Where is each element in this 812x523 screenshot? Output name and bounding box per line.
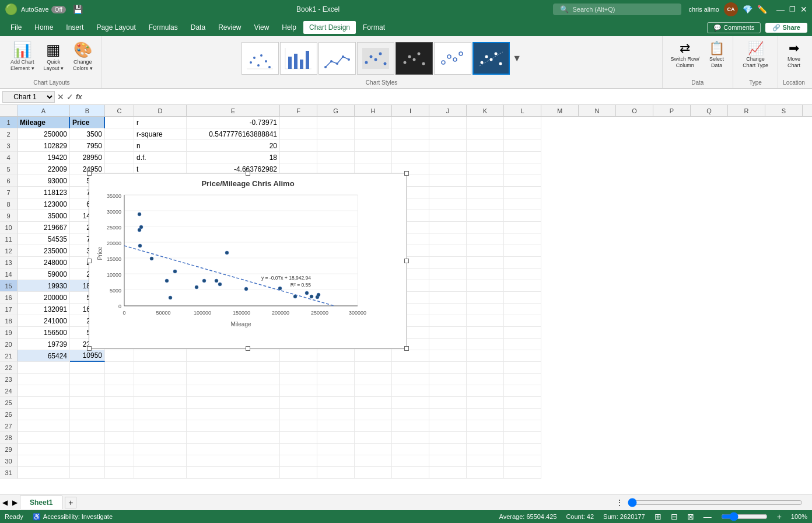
cell-D3[interactable]: n [134, 140, 187, 152]
autosave-toggle[interactable]: Off [51, 6, 66, 13]
row-12-header[interactable]: 12 [0, 245, 18, 257]
menu-file[interactable]: File [5, 21, 27, 34]
cell-J12[interactable] [429, 245, 467, 257]
row-6-header[interactable]: 6 [0, 175, 18, 187]
cell-K15[interactable] [467, 280, 504, 292]
cell-L12[interactable] [504, 245, 541, 257]
cell-A1[interactable]: Mileage [18, 117, 70, 128]
cell-K22[interactable] [467, 362, 504, 374]
cell-D2[interactable]: r-square [134, 128, 187, 140]
cell-F3[interactable] [280, 140, 317, 152]
row-17-header[interactable]: 17 [0, 304, 18, 315]
row-28-header[interactable]: 28 [0, 432, 18, 444]
cell-A14[interactable]: 59000 [18, 269, 70, 280]
cell-A20[interactable]: 19739 [18, 339, 70, 350]
cell-G22[interactable] [317, 362, 355, 374]
cell-L4[interactable] [504, 152, 541, 163]
cell-A2[interactable]: 250000 [18, 128, 70, 140]
row-24-header[interactable]: 24 [0, 385, 18, 397]
cell-L17[interactable] [504, 304, 541, 315]
chart-handle-ml[interactable] [87, 259, 92, 263]
cell-L3[interactable] [504, 140, 541, 152]
cell-J4[interactable] [429, 152, 467, 163]
menu-chart-design[interactable]: Chart Design [303, 21, 356, 34]
chart-handle-tr[interactable] [404, 171, 409, 176]
col-N-header[interactable]: N [579, 105, 616, 116]
cell-A9[interactable]: 35000 [18, 210, 70, 222]
cell-L11[interactable] [504, 233, 541, 245]
cell-E22[interactable] [187, 362, 280, 374]
cell-E21[interactable] [187, 350, 280, 362]
cell-J21[interactable] [429, 350, 467, 362]
search-box[interactable]: 🔍 Search (Alt+Q) [553, 4, 681, 15]
chart-handle-tl[interactable] [87, 171, 92, 176]
confirm-icon[interactable]: ✓ [66, 92, 74, 102]
cell-J11[interactable] [429, 233, 467, 245]
col-F-header[interactable]: F [280, 105, 317, 116]
cell-L8[interactable] [504, 198, 541, 210]
context-menu-icon[interactable]: ⋮ [616, 498, 623, 507]
cell-L20[interactable] [504, 339, 541, 350]
cell-I22[interactable] [392, 362, 429, 374]
cell-H21[interactable] [355, 350, 392, 362]
cell-I21[interactable] [392, 350, 429, 362]
col-T-header[interactable]: T [803, 105, 812, 116]
formula-input[interactable] [85, 92, 810, 102]
chart-style-2[interactable] [280, 42, 317, 75]
cell-K1[interactable] [467, 117, 504, 128]
row-13-header[interactable]: 13 [0, 257, 18, 269]
col-Q-header[interactable]: Q [691, 105, 728, 116]
cell-L5[interactable] [504, 163, 541, 175]
cell-K19[interactable] [467, 327, 504, 339]
cell-A7[interactable]: 118123 [18, 187, 70, 198]
prev-sheet-button[interactable]: ◀ [0, 498, 10, 507]
name-box[interactable]: Chart 1 [2, 91, 55, 103]
view-normal-icon[interactable]: ⊞ [654, 512, 662, 521]
cell-A10[interactable]: 219667 [18, 222, 70, 233]
pen-icon[interactable]: ✏️ [757, 5, 767, 14]
cell-L18[interactable] [504, 315, 541, 327]
cell-K9[interactable] [467, 210, 504, 222]
chart-styles-scroll-down[interactable]: ▼ [512, 53, 522, 64]
col-K-header[interactable]: K [467, 105, 504, 116]
menu-page-layout[interactable]: Page Layout [90, 21, 141, 34]
cell-K13[interactable] [467, 257, 504, 269]
row-26-header[interactable]: 26 [0, 409, 18, 420]
avatar[interactable]: CA [724, 2, 738, 16]
cell-L13[interactable] [504, 257, 541, 269]
cell-H3[interactable] [355, 140, 392, 152]
change-chart-type-button[interactable]: 📈 ChangeChart Type [738, 39, 773, 71]
menu-view[interactable]: View [249, 21, 275, 34]
add-chart-element-button[interactable]: 📊 Add ChartElement ▾ [7, 39, 38, 74]
cell-J17[interactable] [429, 304, 467, 315]
cell-K17[interactable] [467, 304, 504, 315]
col-P-header[interactable]: P [653, 105, 691, 116]
chart-handle-mr[interactable] [404, 259, 409, 263]
row-14-header[interactable]: 14 [0, 269, 18, 280]
cell-L1[interactable] [504, 117, 541, 128]
close-button[interactable]: ✕ [800, 5, 807, 14]
menu-insert[interactable]: Insert [60, 21, 89, 34]
cell-A22[interactable] [18, 362, 70, 374]
cell-J2[interactable] [429, 128, 467, 140]
col-D-header[interactable]: D [134, 105, 187, 116]
col-H-header[interactable]: H [355, 105, 392, 116]
cell-C1[interactable] [105, 117, 134, 128]
row-5-header[interactable]: 5 [0, 163, 18, 175]
cancel-icon[interactable]: ✕ [57, 92, 64, 102]
cell-B22[interactable] [70, 362, 105, 374]
cell-J22[interactable] [429, 362, 467, 374]
menu-formulas[interactable]: Formulas [143, 21, 184, 34]
row-22-header[interactable]: 22 [0, 362, 18, 374]
cell-A8[interactable]: 123000 [18, 198, 70, 210]
cell-F2[interactable] [280, 128, 317, 140]
row-21-header[interactable]: 21 [0, 350, 18, 362]
cell-K18[interactable] [467, 315, 504, 327]
row-2-header[interactable]: 2 [0, 128, 18, 140]
row-16-header[interactable]: 16 [0, 292, 18, 304]
cell-J3[interactable] [429, 140, 467, 152]
cell-H2[interactable] [355, 128, 392, 140]
row-3-header[interactable]: 3 [0, 140, 18, 152]
row-27-header[interactable]: 27 [0, 420, 18, 432]
cell-A15[interactable]: 19930 [18, 280, 70, 292]
